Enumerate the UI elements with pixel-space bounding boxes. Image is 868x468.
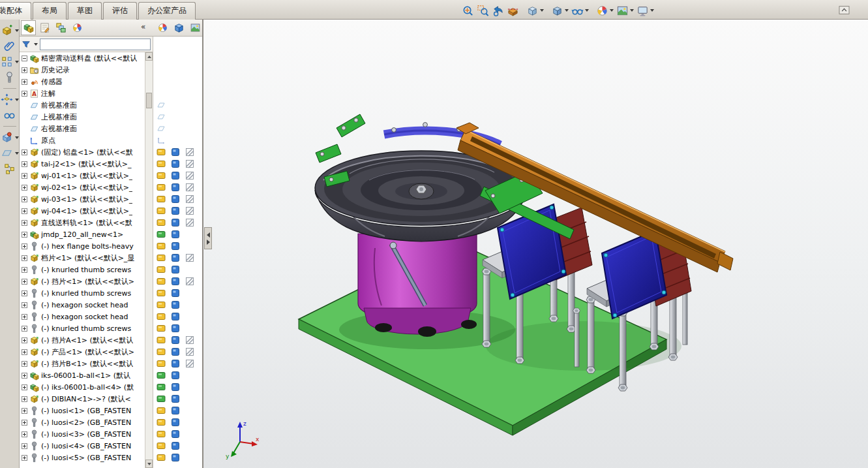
tree-item[interactable]: (-) luosi<5> (GB_FASTEN: [20, 452, 145, 463]
tree-item[interactable]: tai-j2<1> (默认<<默认>_: [20, 158, 145, 170]
expand-toggle[interactable]: [22, 349, 27, 355]
display-pane-row[interactable]: [153, 311, 202, 322]
tab-assembly[interactable]: 装配体: [0, 2, 31, 20]
expand-toggle[interactable]: [22, 173, 27, 179]
tree-item[interactable]: A注解: [20, 87, 145, 99]
tree-item[interactable]: (-) luosi<1> (GB_FASTEN: [20, 405, 145, 416]
tree-item[interactable]: (-) 产品<1> (默认<<默认>: [20, 346, 145, 358]
expand-toggle[interactable]: [22, 243, 27, 249]
display-pane-row[interactable]: [153, 146, 202, 158]
tree-item[interactable]: (-) DIBIAN<1>->? (默认<: [20, 393, 145, 405]
display-pane-row[interactable]: [153, 252, 202, 264]
tree-item[interactable]: 前视基准面: [20, 99, 145, 111]
graphics-area[interactable]: [203, 20, 868, 468]
tree-item[interactable]: (-) hexagon socket head: [20, 311, 145, 322]
tab-layout[interactable]: 布局: [33, 2, 67, 20]
dropdown-caret[interactable]: [15, 29, 19, 32]
scenes-icon[interactable]: [188, 20, 203, 35]
expand-toggle[interactable]: [22, 208, 27, 214]
reference-geometry-button[interactable]: [1, 147, 19, 159]
expand-toggle[interactable]: [22, 420, 27, 426]
expand-toggle[interactable]: [22, 79, 27, 85]
expand-toggle[interactable]: [22, 161, 27, 167]
view-orientation-button[interactable]: [525, 4, 545, 18]
linear-component-pattern-button[interactable]: [1, 55, 19, 68]
tree-item[interactable]: (-) luosi<3> (GB_FASTEN: [20, 428, 145, 440]
display-pane-row[interactable]: [153, 52, 202, 64]
expand-toggle[interactable]: [22, 149, 27, 155]
display-pane-row[interactable]: [153, 358, 202, 369]
tree-item[interactable]: jmdp_120_all_new<1>: [20, 228, 145, 240]
display-pane-row[interactable]: [153, 299, 202, 311]
tree-item[interactable]: iks-06001-b-all<1> (默认: [20, 369, 145, 381]
dropdown-caret[interactable]: [565, 9, 569, 12]
tree-item[interactable]: (-) luosi<4> (GB_FASTEN: [20, 440, 145, 452]
expand-toggle[interactable]: [22, 408, 27, 414]
display-pane-row[interactable]: [153, 123, 202, 134]
expand-toggle[interactable]: [22, 326, 27, 332]
expand-toggle[interactable]: [22, 185, 27, 191]
assembly-features-button[interactable]: [1, 131, 19, 144]
display-pane-row[interactable]: [153, 217, 202, 228]
expand-toggle[interactable]: [22, 396, 27, 402]
propertymanager-tab[interactable]: [37, 20, 52, 35]
expand-toggle[interactable]: [22, 337, 27, 343]
displaymanager-tab[interactable]: [70, 20, 85, 35]
expand-toggle[interactable]: [22, 55, 27, 61]
collapse-panel-chevrons[interactable]: «: [141, 22, 145, 31]
tree-root-item[interactable]: 精密震动送料盘 (默认<<默认: [20, 52, 145, 64]
expand-toggle[interactable]: [22, 196, 27, 202]
dropdown-caret[interactable]: [650, 9, 654, 12]
expand-toggle[interactable]: [22, 279, 27, 285]
display-pane-row[interactable]: [153, 405, 202, 416]
tree-item[interactable]: (-) hexagon socket head: [20, 299, 145, 311]
display-pane-row[interactable]: [153, 158, 202, 170]
filter-input[interactable]: [40, 39, 151, 50]
display-pane-row[interactable]: [153, 275, 202, 287]
zoom-to-fit-button[interactable]: [460, 4, 475, 18]
tree-item[interactable]: wj-01<1> (默认<<默认>_: [20, 170, 145, 181]
tree-item[interactable]: (-) knurled thumb screws: [20, 322, 145, 334]
panel-splitter[interactable]: [204, 227, 212, 249]
dropdown-caret[interactable]: [630, 9, 634, 12]
tree-item[interactable]: (-) knurled thumb screws: [20, 264, 145, 275]
tree-item[interactable]: wj-04<1> (默认<<默认>_: [20, 205, 145, 217]
dropdown-caret[interactable]: [540, 9, 544, 12]
display-pane-row[interactable]: [153, 205, 202, 217]
dropdown-caret[interactable]: [15, 61, 19, 63]
insert-components-button[interactable]: [1, 24, 19, 37]
hide-show-items-button[interactable]: [570, 4, 590, 18]
expand-toggle[interactable]: [22, 67, 27, 73]
expand-toggle[interactable]: [22, 455, 27, 461]
tab-sketch[interactable]: 草图: [68, 2, 102, 20]
tree-item[interactable]: (-) 挡片A<1> (默认<<默认: [20, 334, 145, 346]
smart-fasteners-button[interactable]: [3, 71, 16, 84]
dropdown-caret[interactable]: [610, 9, 614, 12]
mate-button[interactable]: [3, 40, 16, 52]
apply-scene-button[interactable]: [615, 4, 635, 18]
tree-item[interactable]: (固定) 铝盘<1> (默认<<默: [20, 146, 145, 158]
tree-item[interactable]: (-) iks-06001-b-all<4> (默: [20, 381, 145, 393]
dropdown-caret[interactable]: [15, 99, 19, 101]
display-pane-row[interactable]: [153, 393, 202, 405]
display-states-icon[interactable]: [172, 20, 187, 35]
display-pane-row[interactable]: [153, 334, 202, 346]
expand-toggle[interactable]: [22, 220, 27, 226]
display-pane-row[interactable]: [153, 193, 202, 205]
dropdown-caret[interactable]: [585, 9, 589, 12]
tab-evaluate[interactable]: 评估: [103, 2, 137, 20]
expand-toggle[interactable]: [22, 290, 27, 296]
display-pane-row[interactable]: [153, 111, 202, 123]
expand-toggle[interactable]: [22, 443, 27, 449]
scroll-up-button[interactable]: [145, 52, 153, 61]
display-pane-row[interactable]: [153, 428, 202, 440]
display-pane-row[interactable]: [153, 99, 202, 111]
edit-appearance-button[interactable]: [595, 4, 615, 18]
show-hidden-components-button[interactable]: [3, 109, 16, 121]
exploded-view-button[interactable]: [3, 163, 16, 175]
collapse-ribbon-icon[interactable]: [839, 5, 850, 15]
expand-toggle[interactable]: [22, 361, 27, 367]
expand-toggle[interactable]: [22, 373, 27, 379]
move-component-button[interactable]: [1, 93, 19, 106]
display-pane-row[interactable]: [153, 64, 202, 76]
